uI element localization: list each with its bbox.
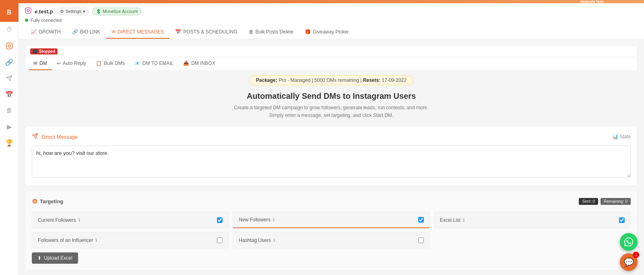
tab-posts-scheduling[interactable]: 📅 POSTS & SCHEDULING bbox=[169, 26, 243, 39]
influencer-label: Followers of an Influencer bbox=[38, 237, 93, 243]
sub-tab-dm-to-email[interactable]: 📧 DM TO EMAIL bbox=[130, 57, 179, 70]
dm-card: Direct Message 📊 Stats hi, how are you? … bbox=[25, 126, 638, 186]
new-followers-checkbox[interactable] bbox=[418, 217, 424, 223]
svg-point-1 bbox=[8, 45, 10, 47]
chat-icon: 💬 bbox=[624, 257, 634, 267]
tab-giveaway-picker[interactable]: 🎁 Giveaway Picker bbox=[299, 26, 354, 39]
bio-link-icon: 🔗 bbox=[72, 29, 78, 35]
hero-subtitle: Create a targeted DM campaign to grow fo… bbox=[25, 104, 638, 119]
targeting-gear-icon: ⚙ bbox=[32, 198, 37, 205]
tab-bulk-posts-delete[interactable]: 🗑 Bulk Posts Delete bbox=[243, 26, 299, 39]
remaining-badge: Remaining: 0 bbox=[601, 198, 631, 205]
upload-icon: ⬆ bbox=[37, 255, 41, 261]
avatar[interactable]: B bbox=[0, 3, 19, 22]
gear-icon: ⚙ bbox=[60, 9, 64, 14]
tab-bio-link[interactable]: 🔗 BIO LINK bbox=[66, 26, 106, 39]
sub-header: ⬛ Stopped ✉ DM ↩ Auto Reply 📋 Bulk DMs bbox=[25, 46, 638, 71]
svg-point-2 bbox=[10, 44, 11, 45]
targeting-grid: Current Followers ℹ New Followers ℹ bbox=[32, 212, 631, 248]
targeting-card: ⚙ Targeting Sent: 0 Remaining: 0 Current… bbox=[25, 191, 638, 271]
targeting-header: ⚙ Targeting Sent: 0 Remaining: 0 bbox=[32, 198, 631, 205]
auto-reply-icon: ↩ bbox=[57, 60, 61, 66]
stats-icon: 📊 bbox=[612, 134, 618, 140]
settings-button[interactable]: ⚙ Settings ▾ bbox=[56, 8, 89, 15]
instagram-account-icon bbox=[25, 7, 31, 15]
posts-icon: 📅 bbox=[175, 29, 181, 35]
sub-tab-bulk-dms[interactable]: 📋 Bulk DMs bbox=[91, 57, 129, 70]
svg-rect-5 bbox=[25, 8, 31, 13]
chevron-down-icon: ▾ bbox=[83, 9, 85, 14]
monetize-button[interactable]: 💲 Monetize Account bbox=[92, 8, 141, 15]
connected-dot bbox=[25, 19, 28, 22]
targeting-item-excel-list: Excel List ℹ bbox=[434, 212, 631, 228]
account-name: e.test.p bbox=[35, 8, 53, 15]
calendar-nav-icon[interactable]: 📅 bbox=[0, 86, 19, 102]
hashtag-label: Hashtag Users bbox=[239, 237, 270, 243]
content-area: ⬛ Stopped ✉ DM ↩ Auto Reply 📋 Bulk DMs bbox=[19, 39, 644, 275]
growth-icon: 📈 bbox=[31, 29, 37, 35]
stop-icon: ⬛ bbox=[33, 49, 37, 54]
message-input[interactable]: hi, how are you? visit our store. bbox=[32, 146, 631, 178]
send-nav-icon[interactable] bbox=[0, 70, 19, 86]
targeting-item-influencer: Followers of an Influencer ℹ bbox=[32, 232, 229, 248]
upload-section: ⬆ Upload Excel bbox=[32, 252, 631, 264]
chat-badge: 1 bbox=[633, 252, 639, 258]
current-followers-info-icon[interactable]: ℹ bbox=[78, 217, 80, 223]
excel-list-info-icon[interactable]: ℹ bbox=[463, 217, 465, 223]
tab-direct-messages[interactable]: ✉ DIRECT MESSAGES bbox=[106, 26, 169, 39]
targeting-badges: Sent: 0 Remaining: 0 bbox=[579, 198, 631, 205]
svg-point-6 bbox=[27, 9, 29, 11]
bulk-delete-icon: 🗑 bbox=[249, 29, 254, 35]
package-badge: Package: Pro - Managed | 5000 DMs remain… bbox=[249, 75, 413, 85]
dm-inbox-icon: 📥 bbox=[183, 60, 189, 66]
chat-float-button[interactable]: 💬 1 bbox=[620, 253, 638, 271]
trash-nav-icon[interactable]: 🗑 bbox=[0, 102, 19, 119]
influencer-checkbox[interactable] bbox=[217, 237, 223, 243]
hashtag-info-icon[interactable]: ℹ bbox=[273, 237, 275, 243]
paper-plane-icon bbox=[32, 133, 38, 141]
whatsapp-float-button[interactable] bbox=[620, 233, 638, 251]
dm-nav-icon: ✉ bbox=[111, 29, 116, 35]
targeting-item-new-followers: New Followers ℹ bbox=[233, 212, 429, 228]
current-followers-checkbox[interactable] bbox=[217, 217, 223, 223]
tab-growth[interactable]: 📈 GROWTH bbox=[25, 26, 66, 39]
svg-point-7 bbox=[29, 9, 30, 9]
stats-link[interactable]: 📊 Stats bbox=[612, 134, 631, 140]
sub-tab-dm-inbox[interactable]: 📥 DM INBOX bbox=[178, 57, 220, 70]
new-followers-label: New Followers bbox=[239, 217, 270, 223]
upload-excel-button[interactable]: ⬆ Upload Excel bbox=[32, 252, 78, 264]
dm-card-header: Direct Message 📊 Stats bbox=[32, 133, 631, 141]
link-nav-icon[interactable]: 🔗 bbox=[0, 54, 19, 70]
sub-tab-dm[interactable]: ✉ DM bbox=[29, 57, 52, 70]
hero-title: Automatically Send DMs to Instagram User… bbox=[25, 92, 638, 101]
hashtag-checkbox[interactable] bbox=[418, 237, 424, 243]
excel-list-label: Excel List bbox=[440, 217, 460, 223]
sent-badge: Sent: 0 bbox=[579, 198, 598, 205]
top-orange-bar bbox=[0, 0, 644, 3]
connected-text: Fully connected bbox=[31, 18, 62, 23]
package-info: Package: Pro - Managed | 5000 DMs remain… bbox=[25, 75, 638, 85]
dm-sub-icon: ✉ bbox=[33, 60, 37, 66]
targeting-item-current-followers: Current Followers ℹ bbox=[32, 212, 229, 228]
sub-tab-auto-reply[interactable]: ↩ Auto Reply bbox=[52, 57, 91, 70]
dm-card-title: Direct Message bbox=[32, 133, 78, 141]
stopped-badge: ⬛ Stopped bbox=[30, 48, 58, 54]
excel-list-checkbox[interactable] bbox=[619, 217, 625, 223]
trophy-nav-icon[interactable]: 🏆 bbox=[0, 135, 19, 151]
dm-email-icon: 📧 bbox=[134, 60, 140, 66]
header: e.test.p ⚙ Settings ▾ 💲 Monetize Account… bbox=[19, 3, 644, 39]
new-followers-info-icon[interactable]: ℹ bbox=[273, 217, 275, 223]
influencer-info-icon[interactable]: ℹ bbox=[95, 237, 97, 243]
nav-tabs: 📈 GROWTH 🔗 BIO LINK ✉ DIRECT MESSAGES 📅 … bbox=[25, 26, 638, 39]
sidebar: B ⏱ 🔗 📅 🗑 ▶ 🏆 bbox=[0, 3, 19, 275]
clock-icon[interactable]: ⏱ bbox=[0, 22, 19, 38]
targeting-item-hashtag: Hashtag Users ℹ bbox=[233, 232, 429, 248]
instagram-nav-icon[interactable] bbox=[0, 38, 19, 54]
targeting-title: ⚙ Targeting bbox=[32, 198, 63, 205]
upgrade-text: Upgrade Now bbox=[580, 0, 604, 3]
youtube-nav-icon[interactable]: ▶ bbox=[0, 119, 19, 135]
current-followers-label: Current Followers bbox=[38, 217, 76, 223]
bulk-dms-icon: 📋 bbox=[96, 60, 102, 66]
dollar-icon: 💲 bbox=[96, 9, 101, 14]
svg-rect-0 bbox=[6, 43, 12, 49]
